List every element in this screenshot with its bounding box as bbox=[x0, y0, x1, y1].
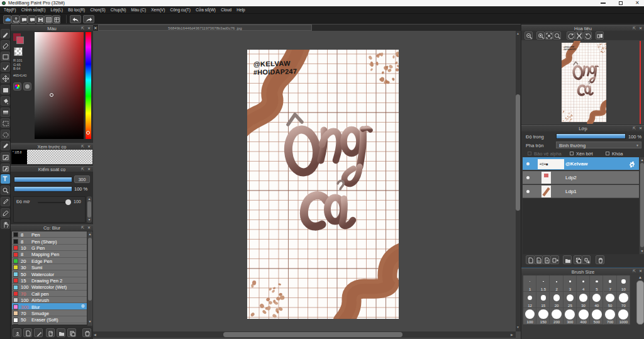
svg-text:n: n bbox=[538, 259, 540, 263]
svg-text:≈≡≈■: ≈≡≈■ bbox=[540, 162, 548, 166]
